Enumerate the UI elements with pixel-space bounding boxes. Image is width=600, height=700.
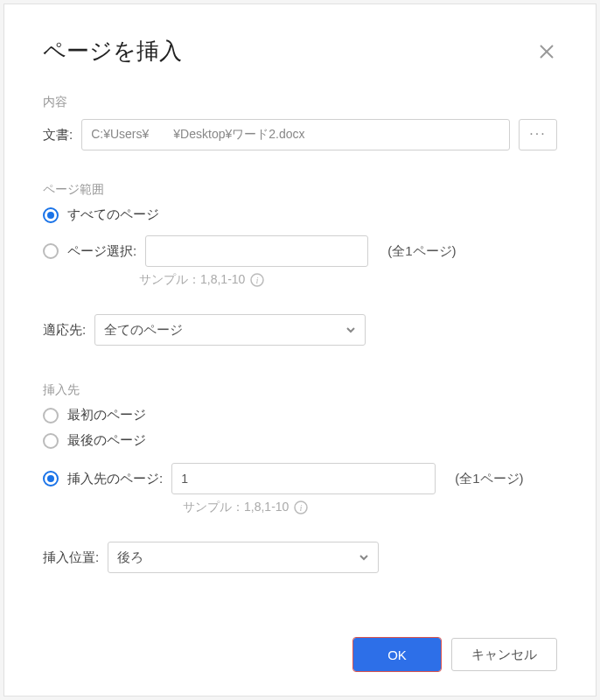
apply-to-select[interactable]: 全てのページ — [94, 314, 366, 346]
chevron-down-icon — [345, 325, 356, 335]
browse-button[interactable]: ··· — [519, 119, 557, 150]
file-label: 文書: — [43, 127, 73, 144]
first-page-radio[interactable] — [43, 408, 59, 424]
info-icon: i — [294, 500, 308, 514]
ellipsis-icon: ··· — [529, 126, 546, 141]
close-icon — [539, 44, 555, 60]
svg-text:i: i — [256, 275, 259, 285]
dialog-header: ページを挿入 — [43, 36, 557, 66]
select-pages-radio[interactable] — [43, 243, 59, 259]
content-section: 内容 文書: ··· — [43, 94, 557, 150]
info-icon: i — [250, 273, 264, 287]
first-page-label: 最初のページ — [67, 407, 146, 424]
content-section-label: 内容 — [43, 94, 557, 110]
dialog-title: ページを挿入 — [43, 36, 182, 66]
insert-page-input[interactable] — [171, 463, 436, 494]
insert-page-radio[interactable] — [43, 471, 59, 486]
insert-position-select[interactable]: 後ろ — [108, 542, 379, 573]
insert-position-label: 挿入位置: — [43, 550, 99, 566]
last-page-radio[interactable] — [43, 433, 59, 449]
cancel-button[interactable]: キャンセル — [451, 638, 557, 671]
insert-position-value: 後ろ — [117, 550, 143, 566]
all-pages-label: すべてのページ — [67, 206, 159, 223]
last-page-label: 最後のページ — [67, 432, 146, 449]
destination-section: 挿入先 最初のページ 最後のページ 挿入先のページ: (全1ページ) サンプル：… — [43, 382, 557, 573]
apply-to-value: 全てのページ — [104, 322, 183, 339]
page-range-section: ページ範囲 すべてのページ ページ選択: (全1ページ) サンプル：1,8,1-… — [43, 182, 557, 346]
range-sample-hint: サンプル：1,8,1-10 — [139, 272, 245, 288]
insert-page-label: 挿入先のページ: — [67, 471, 163, 487]
file-path-input[interactable] — [81, 119, 510, 150]
ok-button-label: OK — [387, 648, 407, 662]
close-button[interactable] — [536, 41, 557, 62]
destination-sample-hint: サンプル：1,8,1-10 — [183, 500, 289, 515]
page-range-section-label: ページ範囲 — [43, 182, 557, 198]
range-total-pages: (全1ページ) — [387, 243, 456, 260]
svg-text:i: i — [300, 502, 303, 513]
dialog-footer: OK キャンセル — [353, 638, 557, 671]
insert-pages-dialog: ページを挿入 内容 文書: ··· ページ範囲 すべてのページ ページ選択: — [3, 4, 597, 696]
select-pages-input[interactable] — [145, 235, 368, 267]
destination-total-pages: (全1ページ) — [455, 471, 523, 487]
ok-button[interactable]: OK — [353, 638, 441, 671]
all-pages-radio[interactable] — [43, 207, 59, 223]
select-pages-label: ページ選択: — [67, 243, 136, 260]
destination-section-label: 挿入先 — [43, 382, 557, 398]
cancel-button-label: キャンセル — [471, 647, 537, 663]
chevron-down-icon — [359, 552, 369, 563]
apply-to-label: 適応先: — [43, 322, 86, 339]
